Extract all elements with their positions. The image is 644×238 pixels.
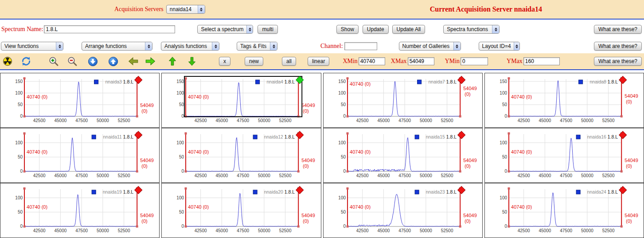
marker-handle[interactable] [297,171,300,173]
multi-button[interactable]: multi [258,25,277,34]
marker-handle[interactable] [507,226,510,228]
marker-handle[interactable] [136,226,138,228]
marker-handle[interactable] [185,226,187,228]
marker-handle[interactable] [23,115,26,118]
help-button-spectrum-row[interactable]: What are these? [594,25,642,34]
plot-status-diamond[interactable] [135,76,142,84]
channel-input[interactable] [344,42,377,50]
x-button[interactable]: x [219,57,230,66]
ymax-input[interactable] [523,57,560,65]
spectrum-panel-nnaida16[interactable]: 425004500047500500005250005010040740 (0)… [484,128,644,183]
plot-status-diamond[interactable] [457,186,465,194]
radiation-icon[interactable] [2,56,13,67]
marker-handle[interactable] [507,77,510,79]
plot-status-diamond[interactable] [135,131,142,139]
marker-handle[interactable] [346,187,348,190]
marker-handle[interactable] [23,77,26,79]
marker-handle[interactable] [507,115,510,118]
update-all-button[interactable]: Update All [392,25,425,34]
galleries-select[interactable]: Number of Galleries [399,42,461,51]
marker-handle[interactable] [620,171,622,173]
acquisition-server-select[interactable]: nnaida14 [166,5,205,14]
spectrum-panel-nnaida8[interactable]: 425004500047500500005250005010015040740 … [484,73,644,128]
update-button[interactable]: Update [363,25,389,34]
marker-handle[interactable] [23,171,26,173]
layout-value: Layout ID=4 [482,43,511,49]
marker-handle[interactable] [185,171,187,173]
marker-handle[interactable] [620,115,622,118]
marker-handle[interactable] [185,77,187,79]
arrow-right-icon[interactable] [144,56,156,67]
marker-handle[interactable] [136,115,138,118]
marker-handle[interactable] [507,171,510,173]
marker-handle[interactable] [459,226,461,228]
marker-handle[interactable] [297,226,300,228]
zoom-in-icon[interactable] [48,56,59,67]
svg-text:45000: 45000 [54,173,66,178]
xmin-input[interactable] [359,57,385,65]
zoom-out-icon[interactable] [66,56,78,67]
spectrum-chart-nnaida16: 425004500047500500005250005010040740 (0)… [485,128,644,182]
spectrum-name-input[interactable] [44,25,175,33]
scroll-down-icon[interactable] [87,56,98,67]
marker-handle[interactable] [346,77,348,79]
spectrum-panel-nnaida19[interactable]: 425004500047500500005250005010040740 (0)… [0,183,160,238]
arrow-left-icon[interactable] [128,56,139,67]
marker-handle[interactable] [23,132,26,135]
marker-handle[interactable] [507,132,510,135]
marker-handle[interactable] [507,187,510,190]
arrow-up-icon[interactable] [167,56,178,67]
marker-handle[interactable] [346,171,348,173]
spectrum-select[interactable]: Select a spectrum [197,25,253,34]
marker-handle[interactable] [346,115,348,118]
analysis-functions-select[interactable]: Analysis functions [161,42,219,51]
plot-status-diamond[interactable] [135,186,142,194]
ymin-input[interactable] [461,57,488,65]
xmax-input[interactable] [408,57,434,65]
marker-handle[interactable] [346,132,348,135]
refresh-icon[interactable] [20,56,32,67]
plot-status-diamond[interactable] [457,76,465,84]
spectrum-panel-nnaida4[interactable]: 425004500047500500005250005010015040740 … [161,73,321,128]
spectrum-panel-nnaida12[interactable]: 425004500047500500005250005010040740 (0)… [161,128,321,183]
help-button-functions-row[interactable]: What are these? [594,42,642,51]
svg-text:0: 0 [504,114,507,119]
plot-status-diamond[interactable] [619,76,626,84]
marker-handle[interactable] [185,187,187,190]
marker-handle[interactable] [23,187,26,190]
right-marker-label: 54049 [301,213,315,218]
plot-status-diamond[interactable] [457,131,465,139]
spectrum-panel-nnaida23[interactable]: 425004500047500500005250005010040740 (0)… [323,183,483,238]
plot-status-diamond[interactable] [619,186,626,194]
right-marker-label: 54049 [624,158,638,163]
plot-status-diamond[interactable] [619,131,626,139]
spectrum-panel-nnaida24[interactable]: 425004500047500500005250005010040740 (0)… [484,183,644,238]
spectrum-panel-nnaida3[interactable]: 425004500047500500005250005010015040740 … [0,73,160,128]
spectrum-panel-nnaida15[interactable]: 425004500047500500005250005010040740 (0)… [323,128,483,183]
scroll-up-icon[interactable] [107,56,119,67]
marker-handle[interactable] [459,115,461,118]
all-button[interactable]: all [282,57,296,66]
arrange-functions-select[interactable]: Arrange functions [82,42,152,51]
spectra-functions-select[interactable]: Spectra functions [443,25,500,34]
arrow-down-icon[interactable] [186,56,198,67]
spectrum-panel-nnaida20[interactable]: 425004500047500500005250005010040740 (0)… [161,183,321,238]
linear-button[interactable]: linear [308,57,329,66]
marker-handle[interactable] [185,132,187,135]
spectrum-panel-nnaida11[interactable]: 425004500047500500005250005010040740 (0)… [0,128,160,183]
new-button[interactable]: new [245,57,263,66]
tags-fits-select[interactable]: Tags & Fits [237,42,277,51]
svg-text:0: 0 [343,114,346,119]
layout-select[interactable]: Layout ID=4 [479,42,520,51]
spectrum-panel-nnaida7[interactable]: 425004500047500500005250005010015040740 … [323,73,483,128]
plot-status-diamond[interactable] [296,131,304,139]
view-functions-select[interactable]: View functions [1,42,63,51]
plot-status-diamond[interactable] [296,186,304,194]
marker-handle[interactable] [459,171,461,173]
marker-handle[interactable] [620,226,622,228]
show-button[interactable]: Show [336,25,359,34]
marker-handle[interactable] [23,226,26,228]
marker-handle[interactable] [136,171,138,173]
help-button-toolbar-row[interactable]: What are these? [594,57,642,66]
marker-handle[interactable] [346,226,348,228]
